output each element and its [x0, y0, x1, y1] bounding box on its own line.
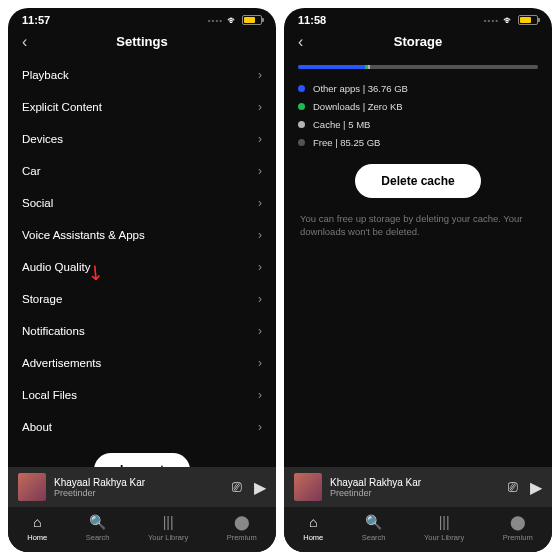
legend-row: Free | 85.25 GB	[298, 137, 538, 148]
cell-dots: ••••	[484, 16, 499, 25]
settings-row-audio-quality[interactable]: Audio Quality›	[22, 251, 262, 283]
page-title: Settings	[116, 34, 167, 49]
page-title: Storage	[394, 34, 442, 49]
settings-row-social[interactable]: Social›	[22, 187, 262, 219]
legend-row: Cache | 5 MB	[298, 119, 538, 130]
wifi-icon: ᯤ	[227, 14, 238, 26]
tab-label: Premium	[503, 533, 533, 542]
tab-search[interactable]: 🔍Search	[362, 513, 386, 542]
settings-row-notifications[interactable]: Notifications›	[22, 315, 262, 347]
tab-label: Home	[303, 533, 323, 542]
chevron-right-icon: ›	[258, 388, 262, 402]
tab-your-library[interactable]: |||Your Library	[424, 513, 464, 542]
delete-cache-button[interactable]: Delete cache	[355, 164, 480, 198]
tab-premium[interactable]: ⬤Premium	[227, 513, 257, 542]
now-playing-bar[interactable]: Khayaal Rakhya Kar Preetinder ⎚ ▶	[8, 467, 276, 507]
settings-row-explicit-content[interactable]: Explicit Content›	[22, 91, 262, 123]
album-art	[294, 473, 322, 501]
tab-label: Your Library	[424, 533, 464, 542]
chevron-right-icon: ›	[258, 420, 262, 434]
settings-row-devices[interactable]: Devices›	[22, 123, 262, 155]
phone-storage: 11:58 •••• ᯤ ‹ Storage Other apps | 36.7…	[284, 8, 552, 552]
storage-bar	[298, 65, 538, 69]
settings-row-storage[interactable]: Storage›	[22, 283, 262, 315]
status-bar: 11:58 •••• ᯤ	[284, 8, 552, 28]
storage-legend: Other apps | 36.76 GBDownloads | Zero KB…	[298, 83, 538, 148]
row-label: Local Files	[22, 389, 77, 401]
settings-row-about[interactable]: About›	[22, 411, 262, 443]
legend-label: Other apps | 36.76 GB	[313, 83, 408, 94]
album-art	[18, 473, 46, 501]
chevron-right-icon: ›	[258, 164, 262, 178]
tab-icon: |||	[159, 513, 177, 531]
tab-label: Your Library	[148, 533, 188, 542]
tab-bar: ⌂Home🔍Search|||Your Library⬤Premium	[8, 507, 276, 552]
clock: 11:57	[22, 14, 50, 26]
chevron-right-icon: ›	[258, 260, 262, 274]
storage-content: Other apps | 36.76 GBDownloads | Zero KB…	[284, 59, 552, 263]
devices-icon[interactable]: ⎚	[232, 478, 242, 496]
chevron-right-icon: ›	[258, 324, 262, 338]
tab-icon: 🔍	[89, 513, 107, 531]
battery-icon	[518, 15, 538, 25]
chevron-right-icon: ›	[258, 356, 262, 370]
legend-label: Cache | 5 MB	[313, 119, 370, 130]
row-label: Explicit Content	[22, 101, 102, 113]
settings-row-local-files[interactable]: Local Files›	[22, 379, 262, 411]
tab-icon: ⬤	[233, 513, 251, 531]
back-icon[interactable]: ‹	[298, 33, 303, 51]
row-label: Audio Quality	[22, 261, 90, 273]
helper-text: You can free up storage by deleting your…	[298, 212, 538, 239]
logout-button[interactable]: Log out	[94, 453, 190, 467]
chevron-right-icon: ›	[258, 228, 262, 242]
tab-icon: ⬤	[509, 513, 527, 531]
row-label: Car	[22, 165, 41, 177]
tab-premium[interactable]: ⬤Premium	[503, 513, 533, 542]
devices-icon[interactable]: ⎚	[508, 478, 518, 496]
track-title: Khayaal Rakhya Kar	[54, 477, 224, 488]
row-label: About	[22, 421, 52, 433]
tab-icon: ⌂	[28, 513, 46, 531]
settings-row-advertisements[interactable]: Advertisements›	[22, 347, 262, 379]
legend-dot	[298, 103, 305, 110]
tab-label: Home	[27, 533, 47, 542]
clock: 11:58	[298, 14, 326, 26]
back-icon[interactable]: ‹	[22, 33, 27, 51]
play-icon[interactable]: ▶	[530, 478, 542, 497]
tab-icon: 🔍	[365, 513, 383, 531]
tab-home[interactable]: ⌂Home	[303, 513, 323, 542]
track-artist: Preetinder	[330, 488, 500, 498]
tab-search[interactable]: 🔍Search	[86, 513, 110, 542]
row-label: Advertisements	[22, 357, 101, 369]
settings-row-car[interactable]: Car›	[22, 155, 262, 187]
row-label: Voice Assistants & Apps	[22, 229, 145, 241]
tab-your-library[interactable]: |||Your Library	[148, 513, 188, 542]
settings-row-voice-assistants-apps[interactable]: Voice Assistants & Apps›	[22, 219, 262, 251]
row-label: Social	[22, 197, 53, 209]
status-bar: 11:57 •••• ᯤ	[8, 8, 276, 28]
play-icon[interactable]: ▶	[254, 478, 266, 497]
chevron-right-icon: ›	[258, 196, 262, 210]
legend-dot	[298, 121, 305, 128]
settings-row-playback[interactable]: Playback›	[22, 59, 262, 91]
chevron-right-icon: ›	[258, 132, 262, 146]
row-label: Devices	[22, 133, 63, 145]
tab-icon: ⌂	[304, 513, 322, 531]
storage-segment	[298, 65, 365, 69]
tab-label: Premium	[227, 533, 257, 542]
settings-list: Playback›Explicit Content›Devices›Car›So…	[8, 59, 276, 467]
battery-icon	[242, 15, 262, 25]
storage-segment	[370, 65, 538, 69]
header: ‹ Settings	[8, 28, 276, 59]
chevron-right-icon: ›	[258, 292, 262, 306]
tab-home[interactable]: ⌂Home	[27, 513, 47, 542]
tab-label: Search	[362, 533, 386, 542]
row-label: Playback	[22, 69, 69, 81]
legend-row: Other apps | 36.76 GB	[298, 83, 538, 94]
wifi-icon: ᯤ	[503, 14, 514, 26]
legend-dot	[298, 85, 305, 92]
row-label: Notifications	[22, 325, 85, 337]
legend-dot	[298, 139, 305, 146]
phone-settings: 11:57 •••• ᯤ ‹ Settings Playback›Explici…	[8, 8, 276, 552]
now-playing-bar[interactable]: Khayaal Rakhya Kar Preetinder ⎚ ▶	[284, 467, 552, 507]
